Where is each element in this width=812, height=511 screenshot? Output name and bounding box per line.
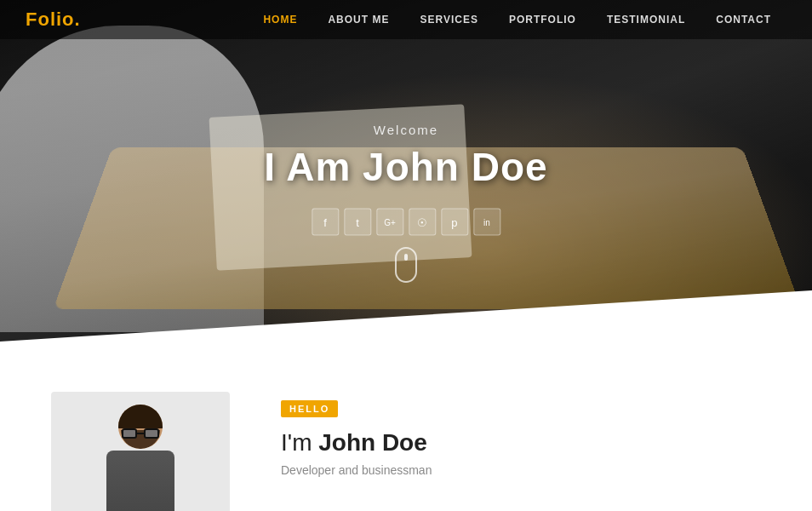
person-head	[118, 405, 163, 449]
instagram-icon[interactable]: ☉	[409, 209, 436, 236]
twitter-icon[interactable]: t	[344, 209, 371, 236]
nav-item-about[interactable]: ABOUT ME	[312, 0, 404, 39]
navbar: Folio. HOME ABOUT ME SERVICES PORTFOLIO …	[0, 0, 812, 39]
glasses-right	[144, 428, 159, 439]
nav-links: HOME ABOUT ME SERVICES PORTFOLIO TESTIMO…	[248, 0, 786, 39]
nav-item-services[interactable]: SERVICES	[404, 0, 493, 39]
nav-item-contact[interactable]: CONTACT	[700, 0, 786, 39]
about-intro: I'm	[281, 429, 318, 456]
nav-link-about[interactable]: ABOUT ME	[312, 0, 404, 39]
hero-section: Welcome I Am John Doe f t G+ ☉ p in	[0, 0, 812, 358]
person-silhouette	[94, 405, 187, 511]
scroll-dot	[404, 254, 408, 261]
scroll-indicator	[395, 247, 417, 283]
about-title: I'm John Doe	[281, 429, 761, 456]
about-text-content: HELLO I'm John Doe Developer and busines…	[281, 392, 761, 477]
about-name: John Doe	[318, 429, 427, 456]
brand-name: Folio	[26, 9, 75, 30]
brand-logo[interactable]: Folio.	[26, 9, 81, 31]
nav-item-home[interactable]: HOME	[248, 0, 312, 39]
about-photo	[51, 392, 230, 511]
hero-welcome-text: Welcome	[264, 123, 547, 137]
glasses-bridge	[137, 433, 144, 434]
googleplus-icon[interactable]: G+	[376, 209, 403, 236]
glasses-left	[122, 428, 137, 439]
nav-item-testimonial[interactable]: TESTIMONIAL	[592, 0, 700, 39]
person-body	[106, 451, 174, 511]
nav-link-contact[interactable]: CONTACT	[700, 0, 786, 39]
nav-item-portfolio[interactable]: PORTFOLIO	[494, 0, 592, 39]
nav-link-portfolio[interactable]: PORTFOLIO	[494, 0, 592, 39]
glasses-decoration	[122, 428, 159, 439]
about-section: HELLO I'm John Doe Developer and busines…	[0, 358, 812, 511]
hero-socials: f t G+ ☉ p in	[264, 209, 547, 236]
pinterest-icon[interactable]: p	[441, 209, 468, 236]
hero-title: I Am John Doe	[264, 144, 547, 190]
linkedin-icon[interactable]: in	[473, 209, 500, 236]
brand-dot: .	[75, 9, 81, 30]
about-subtitle: Developer and businessman	[281, 463, 761, 477]
hero-content: Welcome I Am John Doe f t G+ ☉ p in	[264, 123, 547, 236]
nav-link-testimonial[interactable]: TESTIMONIAL	[592, 0, 700, 39]
nav-link-home[interactable]: HOME	[248, 0, 312, 39]
facebook-icon[interactable]: f	[312, 209, 339, 236]
hello-badge: HELLO	[281, 400, 338, 417]
nav-link-services[interactable]: SERVICES	[404, 0, 493, 39]
